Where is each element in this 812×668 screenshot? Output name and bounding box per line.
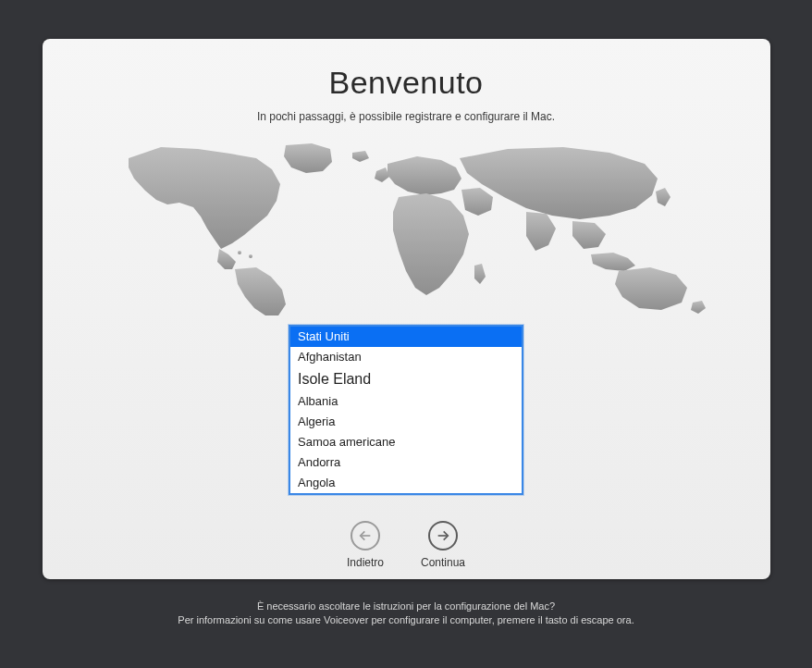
footer-line-2: Per informazioni su come usare Voiceover…	[178, 613, 634, 627]
arrow-left-icon	[351, 521, 380, 550]
country-list-item[interactable]: Algeria	[290, 412, 522, 432]
country-list-item[interactable]: Angola	[290, 473, 522, 493]
world-map-icon	[92, 140, 720, 315]
back-button[interactable]: Indietro	[347, 521, 384, 569]
nav-buttons: Indietro Continua	[347, 521, 465, 569]
country-list-item[interactable]: Isole Eland	[290, 367, 522, 391]
arrow-right-icon	[428, 521, 458, 550]
country-list-item[interactable]: Stati Uniti	[290, 327, 522, 347]
world-map	[92, 140, 720, 315]
continue-button[interactable]: Continua	[421, 521, 465, 569]
country-list[interactable]: Stati UnitiAfghanistanIsole ElandAlbania…	[289, 325, 523, 495]
page-subtitle: In pochi passaggi, è possibile registrar…	[257, 110, 555, 123]
country-list-item[interactable]: Afghanistan	[290, 347, 522, 367]
continue-button-label: Continua	[421, 556, 465, 569]
country-list-item[interactable]: Albania	[290, 391, 522, 412]
footer-line-1: È necessario ascoltare le istruzioni per…	[178, 600, 634, 613]
svg-point-1	[249, 254, 252, 258]
back-button-label: Indietro	[347, 556, 384, 569]
footer-text: È necessario ascoltare le istruzioni per…	[178, 600, 634, 627]
svg-point-0	[238, 251, 241, 254]
page-title: Benvenuto	[328, 65, 483, 101]
setup-panel: Benvenuto In pochi passaggi, è possibile…	[43, 39, 770, 579]
country-list-item[interactable]: Andorra	[290, 452, 522, 473]
country-list-item[interactable]: Samoa americane	[290, 432, 522, 452]
